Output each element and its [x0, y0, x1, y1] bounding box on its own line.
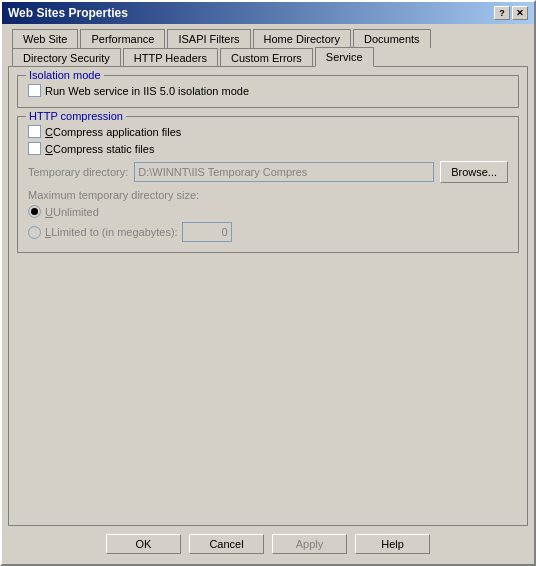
window-title: Web Sites Properties: [8, 6, 128, 20]
http-compression-legend: HTTP compression: [26, 110, 126, 122]
tab-home-directory[interactable]: Home Directory: [253, 29, 351, 48]
tab-documents[interactable]: Documents: [353, 29, 431, 48]
tab-row-2: Directory Security HTTP Headers Custom E…: [8, 47, 528, 66]
compress-app-checkbox[interactable]: [28, 125, 41, 138]
tab-http-headers[interactable]: HTTP Headers: [123, 48, 218, 67]
title-bar-buttons: ? ✕: [494, 6, 528, 20]
close-button[interactable]: ✕: [512, 6, 528, 20]
unlimited-label: UUnlimited: [45, 206, 99, 218]
content-area: Web Site Performance ISAPI Filters Home …: [2, 24, 534, 564]
compress-app-label: CCompress application files: [45, 126, 181, 138]
tab-directory-security[interactable]: Directory Security: [12, 48, 121, 67]
limited-size-input: [182, 222, 232, 242]
unlimited-row: UUnlimited: [28, 205, 508, 218]
tab-isapi-filters[interactable]: ISAPI Filters: [167, 29, 250, 48]
unlimited-radio[interactable]: [28, 205, 41, 218]
temp-dir-row: Temporary directory: Browse...: [28, 161, 508, 183]
limited-label: LLimited to (in megabytes):: [45, 226, 178, 238]
tab-row-1: Web Site Performance ISAPI Filters Home …: [8, 28, 528, 47]
window: Web Sites Properties ? ✕ Web Site Perfor…: [0, 0, 536, 566]
http-compression-group: HTTP compression CCompress application f…: [17, 116, 519, 253]
compress-app-row: CCompress application files: [28, 125, 508, 138]
help-button[interactable]: ?: [494, 6, 510, 20]
temp-dir-label: Temporary directory:: [28, 166, 128, 178]
isolation-mode-label: Run Web service in IIS 5.0 isolation mod…: [45, 85, 249, 97]
temp-dir-input: [134, 162, 434, 182]
tabs-container: Web Site Performance ISAPI Filters Home …: [8, 28, 528, 66]
limited-row: LLimited to (in megabytes):: [28, 222, 508, 242]
bottom-buttons: OK Cancel Apply Help: [8, 526, 528, 558]
browse-button[interactable]: Browse...: [440, 161, 508, 183]
help-dialog-button[interactable]: Help: [355, 534, 430, 554]
compress-static-checkbox[interactable]: [28, 142, 41, 155]
compress-static-row: CCompress static files: [28, 142, 508, 155]
isolation-mode-checkbox[interactable]: [28, 84, 41, 97]
cancel-button[interactable]: Cancel: [189, 534, 264, 554]
apply-button[interactable]: Apply: [272, 534, 347, 554]
limited-radio[interactable]: [28, 226, 41, 239]
compress-static-label: CCompress static files: [45, 143, 154, 155]
tab-panel: Isolation mode Run Web service in IIS 5.…: [8, 66, 528, 526]
tab-custom-errors[interactable]: Custom Errors: [220, 48, 313, 67]
max-size-label-row: Maximum temporary directory size:: [28, 189, 508, 201]
isolation-mode-group: Isolation mode Run Web service in IIS 5.…: [17, 75, 519, 108]
title-bar: Web Sites Properties ? ✕: [2, 2, 534, 24]
ok-button[interactable]: OK: [106, 534, 181, 554]
tab-web-site[interactable]: Web Site: [12, 29, 78, 48]
tab-service[interactable]: Service: [315, 47, 374, 67]
tab-performance[interactable]: Performance: [80, 29, 165, 48]
isolation-mode-row: Run Web service in IIS 5.0 isolation mod…: [28, 84, 508, 97]
isolation-mode-legend: Isolation mode: [26, 69, 104, 81]
content-spacer: [17, 261, 519, 517]
max-size-label: Maximum temporary directory size:: [28, 189, 199, 201]
